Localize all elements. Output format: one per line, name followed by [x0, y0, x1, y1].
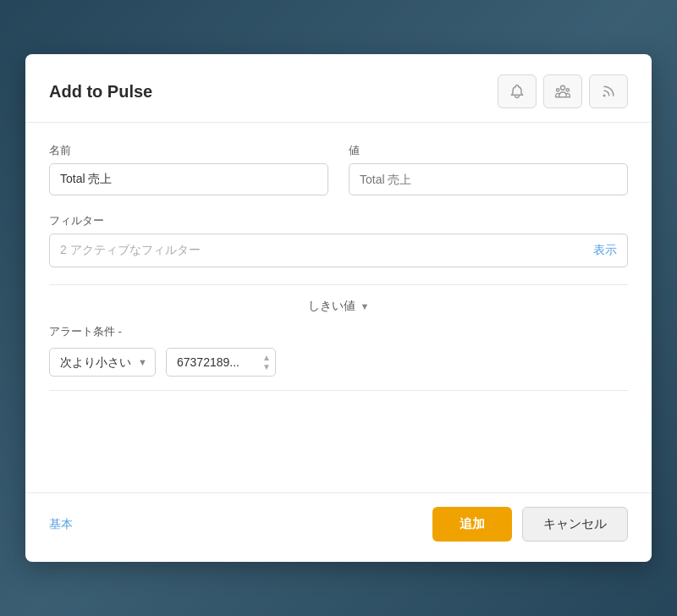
basic-link[interactable]: 基本	[49, 517, 73, 532]
filter-section: フィルター 2 アクティブなフィルター 表示	[49, 212, 628, 267]
spinner-up-icon[interactable]: ▲	[262, 354, 271, 362]
threshold-section: しきい値 ▼ アラート条件 - 次より小さい 次より大きい 等しい ▼ ▲	[49, 284, 628, 391]
name-group: 名前	[49, 143, 328, 195]
filter-placeholder-text: 2 アクティブなフィルター	[60, 243, 201, 258]
modal-header: Add to Pulse	[25, 54, 652, 123]
bell-icon-button[interactable]	[498, 74, 537, 108]
add-to-pulse-modal: Add to Pulse 名前	[25, 54, 652, 562]
spinner-arrows: ▲ ▼	[262, 354, 271, 371]
footer-buttons: 追加 キャンセル	[432, 507, 628, 542]
spinner-down-icon[interactable]: ▼	[262, 363, 271, 371]
add-button[interactable]: 追加	[432, 507, 512, 542]
filter-input-wrap[interactable]: 2 アクティブなフィルター 表示	[49, 234, 628, 267]
rss-icon-button[interactable]	[589, 74, 628, 108]
threshold-value-input[interactable]	[166, 348, 276, 377]
header-icon-group	[498, 74, 628, 108]
name-input[interactable]	[49, 163, 328, 195]
threshold-title: しきい値	[308, 299, 355, 314]
threshold-dropdown-arrow[interactable]: ▼	[361, 301, 370, 311]
cancel-button[interactable]: キャンセル	[522, 507, 628, 542]
condition-select-wrap: 次より小さい 次より大きい 等しい ▼	[49, 348, 156, 377]
filter-show-link[interactable]: 表示	[593, 243, 617, 258]
value-group: 値	[349, 143, 628, 195]
modal-footer: 基本 追加 キャンセル	[25, 492, 652, 562]
modal-title: Add to Pulse	[49, 82, 152, 102]
alert-condition-row: 次より小さい 次より大きい 等しい ▼ ▲ ▼	[49, 348, 628, 391]
rss-icon	[600, 83, 617, 100]
bell-icon	[509, 83, 526, 100]
value-label: 値	[349, 143, 628, 158]
name-value-row: 名前 値	[49, 143, 628, 195]
group-icon-button[interactable]	[543, 74, 582, 108]
group-icon	[554, 83, 571, 100]
condition-select[interactable]: 次より小さい 次より大きい 等しい	[49, 348, 156, 377]
threshold-header: しきい値 ▼	[49, 299, 628, 314]
alert-condition-label: アラート条件 -	[49, 324, 628, 339]
value-input[interactable]	[349, 163, 628, 195]
filter-label: フィルター	[49, 214, 104, 227]
value-input-wrap: ▲ ▼	[166, 348, 276, 377]
modal-body: 名前 値 フィルター 2 アクティブなフィルター 表示 しきい値 ▼ アラート条…	[25, 123, 652, 492]
name-label: 名前	[49, 143, 328, 158]
